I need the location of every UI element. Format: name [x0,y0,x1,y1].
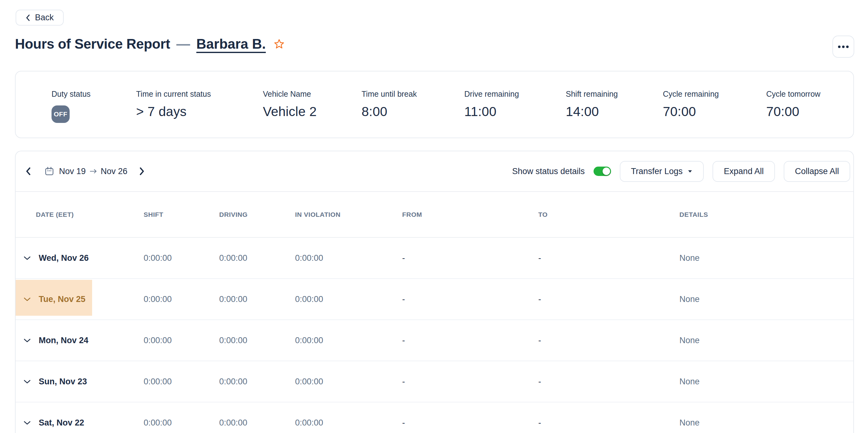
in-violation-cell: 0:00:00 [295,336,402,345]
from-cell: - [402,336,538,345]
transfer-logs-button[interactable]: Transfer Logs [620,161,704,182]
table-actions: Show status details Transfer Logs Expand… [512,161,850,182]
column-header-driving: DRIVING [219,211,295,219]
hos-summary-card: Duty status OFF Time in current status >… [15,71,854,138]
in-violation-cell: 0:00:00 [295,418,402,428]
summary-shift-remaining: Shift remaining 14:00 [566,90,663,138]
shift-cell: 0:00:00 [144,295,219,304]
in-violation-cell: 0:00:00 [295,377,402,387]
column-header-in-violation: IN VIOLATION [295,211,402,219]
summary-value: Vehicle 2 [263,104,362,119]
table-header-row: DATE (EET) SHIFT DRIVING IN VIOLATION FR… [16,192,853,238]
summary-time-in-status: Time in current status > 7 days [136,90,263,138]
summary-vehicle-name: Vehicle Name Vehicle 2 [263,90,362,138]
details-cell: None [679,336,853,345]
summary-value: 70:00 [663,104,766,119]
more-options-button[interactable] [832,36,854,58]
summary-duty-status: Duty status OFF [52,90,136,138]
chevron-down-icon[interactable] [23,297,31,302]
back-label: Back [35,13,54,23]
driving-cell: 0:00:00 [219,418,295,428]
duty-status-badge: OFF [52,105,70,123]
logs-table-card: Nov 19 Nov 26 Show status details Transf… [15,151,854,433]
table-row[interactable]: Tue, Nov 25 0:00:00 0:00:00 0:00:00 - - … [16,279,853,320]
column-header-from: FROM [402,211,538,219]
expand-all-label: Expand All [724,167,764,176]
caret-down-icon [687,170,692,173]
summary-label: Time in current status [136,90,263,99]
chevron-left-icon [26,14,30,21]
table-row[interactable]: Wed, Nov 26 0:00:00 0:00:00 0:00:00 - - … [16,238,853,279]
calendar-icon [45,167,54,176]
date-cell[interactable]: Mon, Nov 24 [16,336,144,345]
shift-cell: 0:00:00 [144,418,219,428]
to-cell: - [538,377,679,387]
previous-range-button[interactable] [23,165,33,177]
summary-label: Cycle tomorrow [766,90,820,99]
next-range-button[interactable] [137,165,147,177]
in-violation-cell: 0:00:00 [295,253,402,263]
range-end: Nov 26 [101,167,128,176]
back-button[interactable]: Back [16,10,64,26]
driver-name-link[interactable]: Barbara B. [196,36,266,52]
collapse-all-button[interactable]: Collapse All [784,161,850,182]
star-favorite-icon[interactable] [274,39,284,49]
row-date: Sat, Nov 22 [39,418,84,428]
toggle-knob [602,168,610,175]
column-header-to: TO [538,211,679,219]
from-cell: - [402,418,538,428]
summary-value: 70:00 [766,104,820,119]
date-cell[interactable]: Sat, Nov 22 [16,418,144,428]
table-row[interactable]: Sun, Nov 23 0:00:00 0:00:00 0:00:00 - - … [16,361,853,402]
transfer-logs-label: Transfer Logs [631,167,683,176]
date-cell[interactable]: Tue, Nov 25 [16,295,144,304]
page-title: Hours of Service Report [15,36,170,52]
date-range-label[interactable]: Nov 19 Nov 26 [59,167,127,176]
row-date: Tue, Nov 25 [39,295,86,304]
summary-value: 8:00 [362,104,464,119]
column-header-date: DATE (EET) [16,211,144,219]
chevron-down-icon[interactable] [23,421,31,425]
shift-cell: 0:00:00 [144,377,219,387]
chevron-down-icon[interactable] [23,256,31,261]
column-header-details: DETAILS [679,211,853,219]
expand-all-button[interactable]: Expand All [713,161,775,182]
driving-cell: 0:00:00 [219,377,295,387]
summary-cycle-remaining: Cycle remaining 70:00 [663,90,766,138]
details-cell: None [679,253,853,263]
shift-cell: 0:00:00 [144,336,219,345]
table-row[interactable]: Sat, Nov 22 0:00:00 0:00:00 0:00:00 - - … [16,402,853,433]
table-row[interactable]: Mon, Nov 24 0:00:00 0:00:00 0:00:00 - - … [16,320,853,361]
table-controls-row: Nov 19 Nov 26 Show status details Transf… [16,151,853,192]
column-header-shift: SHIFT [144,211,219,219]
range-start: Nov 19 [59,167,86,176]
show-status-details-toggle[interactable] [594,167,611,176]
date-range-navigator: Nov 19 Nov 26 [23,165,147,177]
collapse-all-label: Collapse All [795,167,839,176]
date-cell[interactable]: Sun, Nov 23 [16,377,144,387]
chevron-down-icon[interactable] [23,379,31,384]
chevron-down-icon[interactable] [23,338,31,343]
row-date: Wed, Nov 26 [39,253,89,263]
from-cell: - [402,295,538,304]
summary-cycle-tomorrow: Cycle tomorrow 70:00 [766,90,820,138]
driving-cell: 0:00:00 [219,253,295,263]
details-cell: None [679,377,853,387]
row-date: Mon, Nov 24 [39,336,88,345]
to-cell: - [538,295,679,304]
arrow-right-icon [90,169,97,174]
from-cell: - [402,253,538,263]
date-cell[interactable]: Wed, Nov 26 [16,253,144,263]
driving-cell: 0:00:00 [219,336,295,345]
driving-cell: 0:00:00 [219,295,295,304]
shift-cell: 0:00:00 [144,253,219,263]
summary-label: Duty status [52,90,136,99]
show-status-details-label: Show status details [512,167,585,176]
summary-label: Drive remaining [464,90,566,99]
summary-value: 11:00 [464,104,566,119]
summary-time-until-break: Time until break 8:00 [362,90,464,138]
summary-label: Cycle remaining [663,90,766,99]
details-cell: None [679,295,853,304]
summary-value: > 7 days [136,104,263,119]
summary-value: 14:00 [566,104,663,119]
